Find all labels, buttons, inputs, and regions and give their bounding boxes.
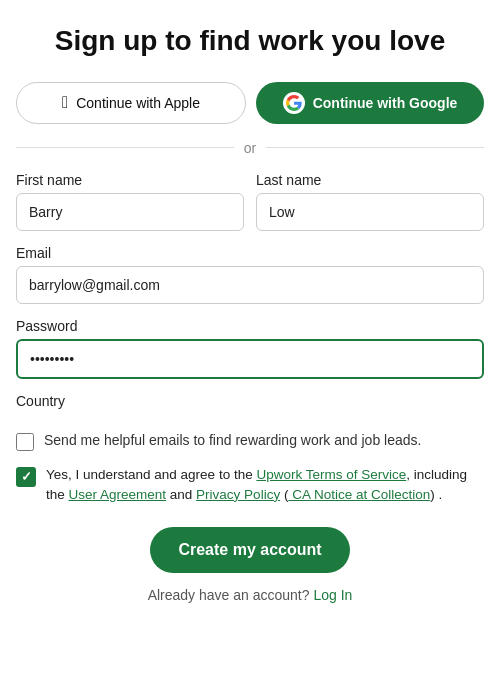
- privacy-policy-link[interactable]: Privacy Policy: [196, 487, 280, 502]
- terms-checkbox[interactable]: [16, 467, 36, 487]
- login-prompt-text: Already have an account?: [148, 587, 310, 603]
- apple-button-label: Continue with Apple: [76, 95, 200, 111]
- login-link[interactable]: Log In: [313, 587, 352, 603]
- password-input[interactable]: [16, 339, 484, 379]
- login-row: Already have an account? Log In: [16, 587, 484, 603]
- name-row: First name Last name: [16, 172, 484, 231]
- ca-notice-link[interactable]: CA Notice at Collection: [288, 487, 430, 502]
- password-label: Password: [16, 318, 484, 334]
- email-input[interactable]: [16, 266, 484, 304]
- create-account-button[interactable]: Create my account: [150, 527, 350, 573]
- country-group: Country: [16, 393, 484, 414]
- google-button-label: Continue with Google: [313, 95, 458, 111]
- last-name-input[interactable]: [256, 193, 484, 231]
- email-opt-in-label: Send me helpful emails to find rewarding…: [44, 432, 421, 448]
- last-name-group: Last name: [256, 172, 484, 231]
- terms-text: Yes, I understand and agree to the Upwor…: [46, 465, 484, 506]
- page-title: Sign up to find work you love: [16, 24, 484, 58]
- last-name-label: Last name: [256, 172, 484, 188]
- first-name-input[interactable]: [16, 193, 244, 231]
- first-name-label: First name: [16, 172, 244, 188]
- social-buttons:  Continue with Apple Continue with Goog…: [16, 82, 484, 124]
- tos-link[interactable]: Upwork Terms of Service: [256, 467, 406, 482]
- email-group: Email: [16, 245, 484, 304]
- email-opt-in-checkbox[interactable]: [16, 433, 34, 451]
- google-signin-button[interactable]: Continue with Google: [256, 82, 484, 124]
- divider: or: [16, 140, 484, 156]
- first-name-group: First name: [16, 172, 244, 231]
- email-opt-in-row: Send me helpful emails to find rewarding…: [16, 432, 484, 451]
- apple-icon: : [62, 93, 68, 113]
- password-group: Password: [16, 318, 484, 379]
- apple-signin-button[interactable]:  Continue with Apple: [16, 82, 246, 124]
- google-logo-icon: [283, 92, 305, 114]
- terms-agree-row: Yes, I understand and agree to the Upwor…: [16, 465, 484, 506]
- user-agreement-link[interactable]: User Agreement: [69, 487, 167, 502]
- country-label: Country: [16, 393, 484, 409]
- email-label: Email: [16, 245, 484, 261]
